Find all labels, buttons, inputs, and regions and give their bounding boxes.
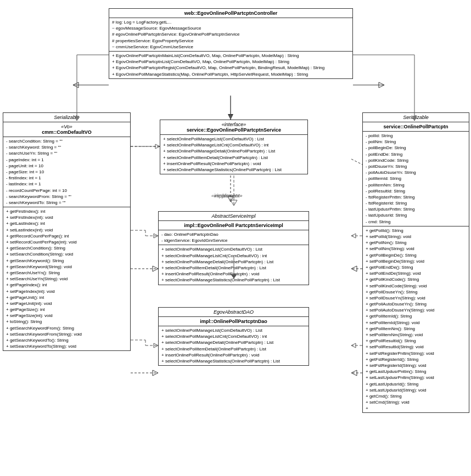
controller-methods: EgovOnlinePollPartcptnMainList(ComDefaul… <box>109 52 352 78</box>
controller-box: web::EgovOnlinePollPartcptnController lo… <box>109 8 353 79</box>
op-m11: getPollDsuseYn(): String <box>366 289 466 295</box>
cdvo-m23: setSearchKeywordTo(String): void <box>6 343 127 349</box>
si-stereotype: «interface» <box>222 122 246 127</box>
cdvo-m7: getSearchCondition(): String <box>6 245 127 251</box>
svg-marker-23 <box>228 115 233 120</box>
cdvo-m13: getPageIndex(): int <box>6 282 127 288</box>
svg-marker-40 <box>154 234 158 238</box>
op-title-text: service::OnlinePollPartcptn <box>383 124 448 129</box>
cdvo-a3: searchUseYn: String = "" <box>6 150 127 156</box>
op-m27: setLastUpdusrId(String): void <box>366 387 466 393</box>
simpl-a2: idgenService: EgovIdGnrService <box>161 237 306 243</box>
svg-text:«implement»: «implement» <box>211 193 240 199</box>
simpl-m1: selectOnlinePollManageList(ComDefaultVO)… <box>161 246 306 252</box>
op-m19: getPollResultId(): String <box>366 338 466 344</box>
op-m14: setPollAutoDsuseYn(String): void <box>366 307 466 313</box>
svg-marker-11 <box>153 266 158 271</box>
svg-marker-44 <box>154 343 158 348</box>
cdvo-a7: firstIndex: int = 1 <box>6 175 127 181</box>
cdvo-a9: recordCountPerPage: int = 10 <box>6 188 127 194</box>
cdvo-a8: lastIndex: int = 1 <box>6 181 127 187</box>
op-m24: getLastUpdusrPnttm(): String <box>366 369 466 375</box>
op-a14: lastUpdusrId: String <box>366 212 466 218</box>
attr-4: propertiesService: EgovPropertyService <box>112 38 350 44</box>
op-m7: getPollEndDe(): String <box>366 264 466 270</box>
op-m2: setPollId(String): void <box>366 234 466 240</box>
cdvo-stereotype-text: «Vo» <box>61 124 72 129</box>
dao-title-text: impl::OnlinePollPartcptnDao <box>200 319 267 324</box>
op-m18: setPollItemNm(String): void <box>366 332 466 338</box>
cdvo-m14: setPageIndex(int): void <box>6 288 127 294</box>
op-m15: getPollItemId(): String <box>366 313 466 319</box>
op-a5: pollKindCode: String <box>366 157 466 163</box>
op-m21: setFstRegisterPnttm(String): void <box>366 350 466 356</box>
cdvo-m18: setPageSize(int): void <box>6 313 127 319</box>
simpl-stereotype: AbstractServiceImpl <box>211 213 255 219</box>
dao-title: impl::OnlinePollPartcptnDao <box>159 317 309 326</box>
cdvo-m20: getSearchKeywordFrom(): String <box>6 325 127 331</box>
op-m22: getFstRegisterId(): String <box>366 356 466 362</box>
op-m8: setPollEndDe(String): void <box>366 270 466 276</box>
simpl-title-text: impl::EgovOnlinePoll PartcptnServiceImpl <box>184 223 283 228</box>
controller-title-text: web::EgovOnlinePollPartcptnController <box>184 10 278 16</box>
op-m10: setPollKindCode(String): void <box>366 283 466 289</box>
cdvo-m5: getRecordCountPerPage(): int <box>6 233 127 239</box>
service-impl-title: impl::EgovOnlinePoll PartcptnServiceImpl <box>159 221 309 230</box>
op-impl-text: Serializable <box>403 115 429 120</box>
cdvo-m16: setPageUnit(int): void <box>6 301 127 307</box>
svg-marker-13 <box>153 370 158 376</box>
cdvo-impl: Serializable <box>3 113 130 122</box>
si-title-text: service::EgovOnlinePollPartcptnService <box>187 127 281 133</box>
op-a15: cmd: String <box>366 219 466 225</box>
op-m12: setPollDsuseYn(String): void <box>366 295 466 301</box>
cdvo-m19: toString(): String <box>6 319 127 325</box>
op-m4: setPollNm(String): void <box>366 246 466 252</box>
op-a1: pollId: String <box>366 133 466 139</box>
cdvo-m2: setFirstIndex(int): void <box>6 214 127 220</box>
method-1: EgovOnlinePollPartcptnMainList(ComDefaul… <box>112 53 350 59</box>
svg-marker-1 <box>228 114 233 120</box>
svg-marker-7 <box>73 82 78 88</box>
cdvo-a6: pageSize: int = 10 <box>6 169 127 175</box>
service-impl-box: AbstractServiceImpl impl::EgovOnlinePoll… <box>158 211 309 285</box>
dao-m5: insertOnlinePollResult(OnlinePollPartcpt… <box>161 352 306 358</box>
op-m3: getPollNm(): String <box>366 240 466 246</box>
dao-m6: selectOnlinePollManageStatistics(OnlineP… <box>161 358 306 364</box>
svg-marker-46 <box>351 234 356 238</box>
cdvo-m11: getSearchUseYn(): String <box>6 270 127 276</box>
simpl-a1: dao: OnlinePollPartcptnDao <box>161 231 306 237</box>
op-m25: setLastUpdusrPnttm(String): void <box>366 375 466 381</box>
attr-3: egovOnlinePollPartcptnService: EgovOnlin… <box>112 31 350 37</box>
cdvo-impl-text: Serializable <box>54 115 80 120</box>
cdvo-title-text: cmm::ComDefaultVO <box>42 129 92 135</box>
dao-m4: selectOnlinePollItemDetail(OnlinePollPar… <box>161 346 306 352</box>
op-a4: pollEndDe: String <box>366 151 466 157</box>
method-3: EgovOnlinePollPartcptnRegist(ComDefaultV… <box>112 65 350 71</box>
cdvo-m3: getLastIndex(): int <box>6 220 127 226</box>
svg-marker-15 <box>379 82 384 88</box>
op-methods: getPollId(): String setPollId(String): v… <box>363 226 469 413</box>
simpl-m3: selectOnlinePollManageDetail(OnlinePollP… <box>161 259 306 265</box>
simpl-m6: selectOnlinePollManageStatistics(OnlineP… <box>161 277 306 283</box>
op-m13: getPollAutoDsuseYn(): String <box>366 301 466 307</box>
dao-m3: selectOnlinePollManageDetail(OnlinePollP… <box>161 339 306 345</box>
si-m2: selectOnlinePollManageListCnt(ComDefault… <box>163 142 305 148</box>
cdvo-m9: getSearchKeyword(): String <box>6 258 127 264</box>
op-a3: pollBeginDe: String <box>366 145 466 151</box>
cdvo-m1: getFirstIndex(): int <box>6 208 127 214</box>
si-m4: selectOnlinePollItemDetail(OnlinePollPar… <box>163 155 305 161</box>
cdvo-a11: searchKeywordTo: String = "" <box>6 200 127 206</box>
op-m28: getCmd(): String <box>366 393 466 399</box>
op-a7: pollAutoDsuseYn: String <box>366 169 466 175</box>
op-m5: getPollBeginDe(): String <box>366 252 466 258</box>
op-m16: setPollItemId(String): void <box>366 320 466 326</box>
op-title: service::OnlinePollPartcptn <box>363 122 469 132</box>
service-impl-top-stereotype: AbstractServiceImpl <box>159 212 309 221</box>
cdvo-m21: setSearchKeywordFrom(String): void <box>6 331 127 337</box>
dao-stereotype: EgovAbstractDAO <box>214 309 254 315</box>
svg-marker-18 <box>351 266 357 271</box>
service-interface-methods: selectOnlinePollManageList(ComDefaultVO)… <box>160 135 307 174</box>
si-m5: insertOnlinePollResult(OnlinePollPartcpt… <box>163 161 305 167</box>
op-a9: pollItemNm: String <box>366 182 466 188</box>
svg-marker-48 <box>351 343 356 348</box>
